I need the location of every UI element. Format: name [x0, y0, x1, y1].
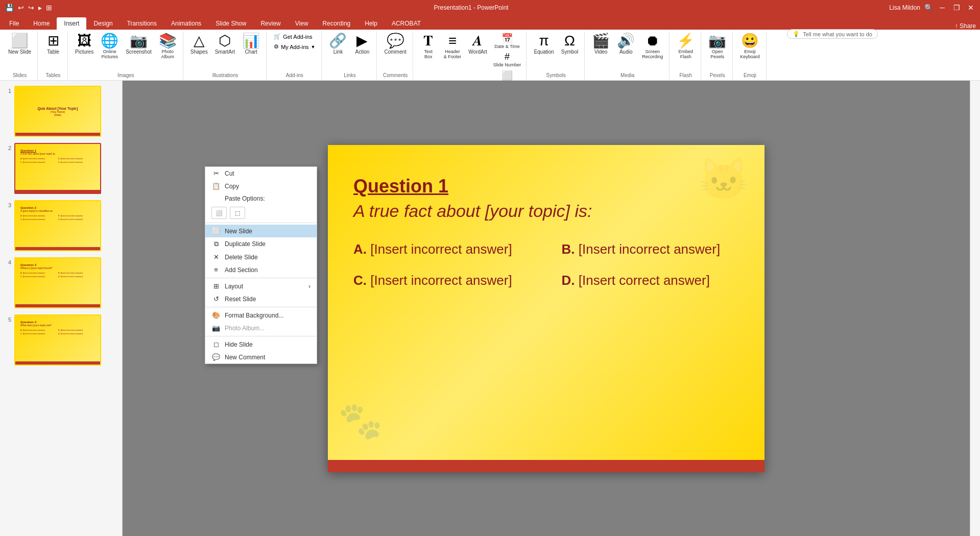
shapes-button[interactable]: △ Shapes: [187, 32, 211, 57]
ctx-hide-slide[interactable]: ◻ Hide Slide: [205, 338, 317, 351]
slide-thumb-1[interactable]: 1 Quiz About [Your Topic] [Your Name] [D…: [2, 85, 120, 138]
restore-button[interactable]: ❐: [951, 3, 962, 13]
close-button[interactable]: ✕: [966, 3, 976, 13]
slide-number-button[interactable]: # Slide Number: [491, 51, 523, 68]
tab-animations[interactable]: Animations: [164, 17, 208, 30]
tab-insert[interactable]: Insert: [57, 17, 86, 30]
paste-opt-1[interactable]: ⬜: [211, 207, 227, 219]
screen-recording-icon: ⏺: [646, 34, 660, 48]
search-icon[interactable]: 🔍: [924, 4, 933, 12]
ctx-copy[interactable]: 📋 Copy: [205, 180, 317, 192]
save-button[interactable]: 💾: [4, 4, 15, 12]
new-slide-button[interactable]: ⬜ New Slide: [5, 32, 34, 57]
date-time-button[interactable]: 📅 Date & Time: [491, 32, 523, 50]
link-button[interactable]: 🔗 Link: [326, 32, 350, 57]
answer-c: C. [Insert incorrect answer]: [353, 273, 531, 288]
slide-thumb-5[interactable]: 5 Question 4 What does [your topic] eat?…: [2, 313, 120, 367]
tab-review[interactable]: Review: [253, 17, 288, 30]
tab-recording[interactable]: Recording: [316, 17, 358, 30]
slide-image-3[interactable]: Question 2 A [your topic] is classified …: [14, 200, 101, 251]
tab-view[interactable]: View: [288, 17, 316, 30]
table-icon: ⊞: [47, 34, 59, 48]
ribbon-group-slides: ⬜ New Slide Slides: [2, 32, 38, 80]
audio-button[interactable]: 🔊 Audio: [614, 32, 638, 57]
header-footer-button[interactable]: ≡ Header& Footer: [441, 32, 465, 61]
equation-button[interactable]: π Equation: [531, 32, 557, 57]
screen-recording-button[interactable]: ⏺ ScreenRecording: [639, 32, 666, 61]
slide-question-label: Question 1: [353, 176, 739, 197]
textbox-icon: 𝐓: [423, 34, 433, 48]
video-button[interactable]: 🎬 Video: [589, 32, 613, 57]
open-pexels-button[interactable]: 📷 OpenPexels: [705, 32, 729, 61]
tab-home[interactable]: Home: [26, 17, 57, 30]
tab-transitions[interactable]: Transitions: [120, 17, 164, 30]
main-area: 1 Quiz About [Your Topic] [Your Name] [D…: [0, 81, 980, 536]
tab-design[interactable]: Design: [86, 17, 119, 30]
my-addins-button[interactable]: ⚙ My Add-ins ▼: [271, 42, 318, 52]
slides-items: ⬜ New Slide: [5, 32, 34, 71]
textbox-button[interactable]: 𝐓 TextBox: [417, 32, 440, 61]
emoji-keyboard-icon: 😀: [741, 34, 759, 48]
smartart-button[interactable]: ⬡ SmartArt: [212, 32, 238, 57]
reset-icon: ↺: [211, 295, 221, 303]
ctx-format-background[interactable]: 🎨 Format Background...: [205, 309, 317, 322]
online-pictures-button[interactable]: 🌐 OnlinePictures: [98, 32, 122, 61]
answer-d: D. [Insert correct answer]: [562, 273, 739, 288]
ctx-duplicate-slide[interactable]: ⧉ Duplicate Slide: [205, 237, 317, 251]
embed-flash-icon: ⚡: [677, 34, 695, 48]
date-time-icon: 📅: [501, 33, 513, 44]
redo-button[interactable]: ↪: [27, 4, 35, 12]
links-items: 🔗 Link ▶ Action: [326, 32, 373, 71]
emoji-items: 😀 EmojiKeyboard: [737, 32, 763, 71]
flash-items: ⚡ EmbedFlash: [674, 32, 698, 71]
slide-canvas[interactable]: 🐱 🐾 Question 1 A true fact about [your t…: [328, 145, 764, 472]
comment-button[interactable]: 💬 Comment: [381, 32, 409, 57]
ctx-cut[interactable]: ✂ Cut: [205, 167, 317, 180]
photo-album-icon: 📚: [159, 34, 177, 48]
ctx-paste-options-label: Paste Options:: [205, 192, 317, 205]
embed-flash-button[interactable]: ⚡ EmbedFlash: [674, 32, 698, 61]
user-name: Lisa Mildon: [889, 4, 920, 11]
ribbon-group-tables: ⊞ Table Tables: [39, 32, 68, 80]
tab-help[interactable]: Help: [357, 17, 385, 30]
ctx-delete-slide[interactable]: ✕ Delete Slide: [205, 251, 317, 263]
action-button[interactable]: ▶ Action: [351, 32, 373, 57]
minimize-button[interactable]: ─: [937, 3, 947, 13]
slide-image-5[interactable]: Question 4 What does [your topic] eat? A…: [14, 314, 101, 366]
pictures-button[interactable]: 🖼 Pictures: [72, 32, 97, 57]
new-slide-icon: ⬜: [11, 34, 29, 48]
images-items: 🖼 Pictures 🌐 OnlinePictures 📷 Screenshot…: [72, 32, 180, 71]
table-button[interactable]: ⊞ Table: [42, 32, 64, 57]
photo-album-button[interactable]: 📚 PhotoAlbum: [156, 32, 180, 61]
undo-button[interactable]: ↩: [17, 4, 25, 12]
tab-acrobat[interactable]: ACROBAT: [385, 17, 428, 30]
slide-image-4[interactable]: Question 3 Where is [your topic] found? …: [14, 257, 101, 308]
tell-me-bar[interactable]: 💡 Tell me what you want to do: [787, 29, 878, 39]
slide-image-2[interactable]: Question 1 A true fact about [your topic…: [14, 143, 101, 194]
answer-a: A. [Insert incorrect answer]: [353, 241, 531, 257]
tab-file[interactable]: File: [2, 17, 26, 30]
ctx-new-comment[interactable]: 💬 New Comment: [205, 351, 317, 363]
ribbon-group-flash: ⚡ EmbedFlash Flash: [671, 32, 701, 80]
emoji-keyboard-button[interactable]: 😀 EmojiKeyboard: [737, 32, 763, 61]
ctx-add-section[interactable]: ≡ Add Section: [205, 263, 317, 276]
ctx-layout[interactable]: ⊞ Layout ›: [205, 280, 317, 293]
slide-thumb-4[interactable]: 4 Question 3 Where is [your topic] found…: [2, 256, 120, 309]
slide-thumb-2[interactable]: 2 Question 1 A true fact about [your top…: [2, 142, 120, 195]
media-items: 🎬 Video 🔊 Audio ⏺ ScreenRecording: [589, 32, 666, 71]
symbol-button[interactable]: Ω Symbol: [558, 32, 581, 57]
get-addins-button[interactable]: 🛒 Get Add-ins: [271, 32, 318, 41]
slide-image-1[interactable]: Quiz About [Your Topic] [Your Name] [Dat…: [14, 86, 101, 137]
wordart-button[interactable]: 𝑨 WordArt: [465, 32, 490, 57]
comment-icon: 💬: [387, 34, 404, 48]
chart-button[interactable]: 📊 Chart: [239, 32, 263, 57]
customize-button[interactable]: ⊞: [45, 4, 53, 12]
ctx-reset-slide[interactable]: ↺ Reset Slide: [205, 293, 317, 305]
paste-opt-2[interactable]: ⬚: [230, 207, 245, 219]
ctx-new-slide[interactable]: ⬜ New Slide: [205, 225, 317, 237]
slide-thumb-3[interactable]: 3 Question 2 A [your topic] is classifie…: [2, 199, 120, 252]
start-presentation-button[interactable]: ▸: [37, 4, 43, 12]
share-button[interactable]: ↑ Share: [955, 22, 976, 30]
screenshot-button[interactable]: 📷 Screenshot: [123, 32, 155, 57]
tab-slideshow[interactable]: Slide Show: [208, 17, 253, 30]
